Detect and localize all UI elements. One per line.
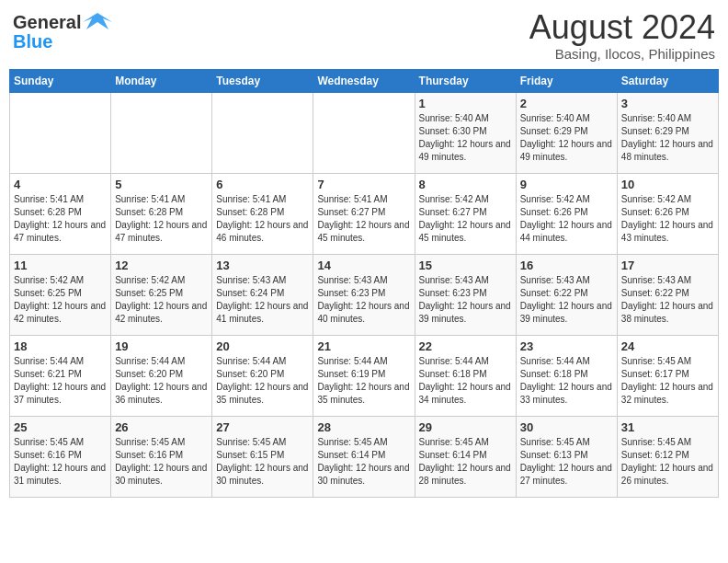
day-number: 3 — [621, 97, 714, 110]
calendar-cell: 19 Sunrise: 5:44 AMSunset: 6:20 PMDaylig… — [111, 335, 212, 416]
week-row-5: 25 Sunrise: 5:45 AMSunset: 6:16 PMDaylig… — [10, 416, 719, 497]
svg-marker-0 — [83, 13, 112, 29]
calendar-cell: 9 Sunrise: 5:42 AMSunset: 6:26 PMDayligh… — [516, 173, 617, 254]
calendar-cell: 25 Sunrise: 5:45 AMSunset: 6:16 PMDaylig… — [10, 416, 111, 497]
week-row-3: 11 Sunrise: 5:42 AMSunset: 6:25 PMDaylig… — [10, 254, 719, 335]
weekday-header-monday: Monday — [111, 69, 212, 92]
calendar-cell: 2 Sunrise: 5:40 AMSunset: 6:29 PMDayligh… — [516, 92, 617, 173]
cell-content: Sunrise: 5:42 AMSunset: 6:26 PMDaylight:… — [520, 193, 613, 245]
day-number: 2 — [520, 97, 613, 110]
cell-content: Sunrise: 5:44 AMSunset: 6:18 PMDaylight:… — [419, 355, 512, 407]
day-number: 1 — [419, 97, 512, 110]
day-number: 13 — [216, 259, 309, 272]
calendar-cell: 11 Sunrise: 5:42 AMSunset: 6:25 PMDaylig… — [10, 254, 111, 335]
calendar-cell: 1 Sunrise: 5:40 AMSunset: 6:30 PMDayligh… — [415, 92, 516, 173]
day-number: 12 — [115, 259, 208, 272]
day-number: 29 — [419, 420, 512, 434]
calendar-cell: 8 Sunrise: 5:42 AMSunset: 6:27 PMDayligh… — [415, 173, 516, 254]
calendar-cell: 12 Sunrise: 5:42 AMSunset: 6:25 PMDaylig… — [111, 254, 212, 335]
page-header: General Blue August 2024 Basing, Ilocos,… — [9, 9, 719, 62]
month-title: August 2024 — [529, 9, 715, 46]
cell-content: Sunrise: 5:43 AMSunset: 6:22 PMDaylight:… — [621, 274, 714, 326]
day-number: 11 — [14, 259, 107, 272]
cell-content: Sunrise: 5:45 AMSunset: 6:12 PMDaylight:… — [621, 436, 714, 488]
cell-content: Sunrise: 5:41 AMSunset: 6:28 PMDaylight:… — [216, 193, 309, 245]
calendar-cell: 20 Sunrise: 5:44 AMSunset: 6:20 PMDaylig… — [212, 335, 313, 416]
calendar-cell: 26 Sunrise: 5:45 AMSunset: 6:16 PMDaylig… — [111, 416, 212, 497]
cell-content: Sunrise: 5:41 AMSunset: 6:28 PMDaylight:… — [115, 193, 208, 245]
day-number: 27 — [216, 420, 309, 434]
day-number: 28 — [317, 420, 410, 434]
cell-content: Sunrise: 5:43 AMSunset: 6:24 PMDaylight:… — [216, 274, 309, 326]
calendar-cell: 7 Sunrise: 5:41 AMSunset: 6:27 PMDayligh… — [313, 173, 415, 254]
cell-content: Sunrise: 5:43 AMSunset: 6:23 PMDaylight:… — [419, 274, 512, 326]
cell-content: Sunrise: 5:45 AMSunset: 6:16 PMDaylight:… — [115, 436, 208, 488]
cell-content: Sunrise: 5:40 AMSunset: 6:29 PMDaylight:… — [621, 112, 714, 164]
week-row-2: 4 Sunrise: 5:41 AMSunset: 6:28 PMDayligh… — [10, 173, 719, 254]
calendar-cell: 18 Sunrise: 5:44 AMSunset: 6:21 PMDaylig… — [10, 335, 111, 416]
day-number: 24 — [621, 339, 714, 353]
logo: General Blue — [13, 9, 112, 52]
day-number: 7 — [317, 178, 410, 191]
logo-bird-icon — [83, 9, 112, 35]
cell-content: Sunrise: 5:41 AMSunset: 6:27 PMDaylight:… — [317, 193, 410, 245]
weekday-header-tuesday: Tuesday — [212, 69, 313, 92]
cell-content: Sunrise: 5:45 AMSunset: 6:17 PMDaylight:… — [621, 355, 714, 407]
calendar-cell: 24 Sunrise: 5:45 AMSunset: 6:17 PMDaylig… — [617, 335, 718, 416]
day-number: 31 — [621, 420, 714, 434]
cell-content: Sunrise: 5:44 AMSunset: 6:18 PMDaylight:… — [520, 355, 613, 407]
calendar-cell: 16 Sunrise: 5:43 AMSunset: 6:22 PMDaylig… — [516, 254, 617, 335]
calendar-cell: 23 Sunrise: 5:44 AMSunset: 6:18 PMDaylig… — [516, 335, 617, 416]
day-number: 23 — [520, 339, 613, 353]
calendar-cell: 22 Sunrise: 5:44 AMSunset: 6:18 PMDaylig… — [415, 335, 516, 416]
day-number: 26 — [115, 420, 208, 434]
title-area: August 2024 Basing, Ilocos, Philippines — [529, 9, 715, 62]
cell-content: Sunrise: 5:41 AMSunset: 6:28 PMDaylight:… — [14, 193, 107, 245]
day-number: 6 — [216, 178, 309, 191]
day-number: 22 — [419, 339, 512, 353]
calendar-cell: 14 Sunrise: 5:43 AMSunset: 6:23 PMDaylig… — [313, 254, 415, 335]
weekday-header-wednesday: Wednesday — [313, 69, 415, 92]
cell-content: Sunrise: 5:42 AMSunset: 6:26 PMDaylight:… — [621, 193, 714, 245]
cell-content: Sunrise: 5:44 AMSunset: 6:19 PMDaylight:… — [317, 355, 410, 407]
calendar-cell: 13 Sunrise: 5:43 AMSunset: 6:24 PMDaylig… — [212, 254, 313, 335]
day-number: 14 — [317, 259, 410, 272]
day-number: 8 — [419, 178, 512, 191]
calendar-cell: 31 Sunrise: 5:45 AMSunset: 6:12 PMDaylig… — [617, 416, 718, 497]
cell-content: Sunrise: 5:45 AMSunset: 6:13 PMDaylight:… — [520, 436, 613, 488]
cell-content: Sunrise: 5:45 AMSunset: 6:16 PMDaylight:… — [14, 436, 107, 488]
cell-content: Sunrise: 5:40 AMSunset: 6:30 PMDaylight:… — [419, 112, 512, 164]
day-number: 20 — [216, 339, 309, 353]
cell-content: Sunrise: 5:45 AMSunset: 6:15 PMDaylight:… — [216, 436, 309, 488]
weekday-header-row: SundayMondayTuesdayWednesdayThursdayFrid… — [10, 69, 719, 92]
calendar-cell — [212, 92, 313, 173]
calendar-cell: 27 Sunrise: 5:45 AMSunset: 6:15 PMDaylig… — [212, 416, 313, 497]
cell-content: Sunrise: 5:44 AMSunset: 6:20 PMDaylight:… — [115, 355, 208, 407]
calendar-cell: 5 Sunrise: 5:41 AMSunset: 6:28 PMDayligh… — [111, 173, 212, 254]
weekday-header-friday: Friday — [516, 69, 617, 92]
weekday-header-sunday: Sunday — [10, 69, 111, 92]
cell-content: Sunrise: 5:42 AMSunset: 6:27 PMDaylight:… — [419, 193, 512, 245]
day-number: 19 — [115, 339, 208, 353]
calendar-cell: 29 Sunrise: 5:45 AMSunset: 6:14 PMDaylig… — [415, 416, 516, 497]
cell-content: Sunrise: 5:45 AMSunset: 6:14 PMDaylight:… — [317, 436, 410, 488]
day-number: 30 — [520, 420, 613, 434]
day-number: 21 — [317, 339, 410, 353]
calendar-table: SundayMondayTuesdayWednesdayThursdayFrid… — [9, 69, 719, 498]
calendar-cell — [111, 92, 212, 173]
calendar-cell: 6 Sunrise: 5:41 AMSunset: 6:28 PMDayligh… — [212, 173, 313, 254]
cell-content: Sunrise: 5:44 AMSunset: 6:21 PMDaylight:… — [14, 355, 107, 407]
cell-content: Sunrise: 5:44 AMSunset: 6:20 PMDaylight:… — [216, 355, 309, 407]
weekday-header-saturday: Saturday — [617, 69, 718, 92]
day-number: 5 — [115, 178, 208, 191]
calendar-cell: 21 Sunrise: 5:44 AMSunset: 6:19 PMDaylig… — [313, 335, 415, 416]
day-number: 25 — [14, 420, 107, 434]
logo-general: General — [13, 12, 81, 33]
day-number: 4 — [14, 178, 107, 191]
cell-content: Sunrise: 5:40 AMSunset: 6:29 PMDaylight:… — [520, 112, 613, 164]
calendar-cell: 3 Sunrise: 5:40 AMSunset: 6:29 PMDayligh… — [617, 92, 718, 173]
cell-content: Sunrise: 5:43 AMSunset: 6:23 PMDaylight:… — [317, 274, 410, 326]
day-number: 9 — [520, 178, 613, 191]
day-number: 18 — [14, 339, 107, 353]
calendar-cell — [10, 92, 111, 173]
